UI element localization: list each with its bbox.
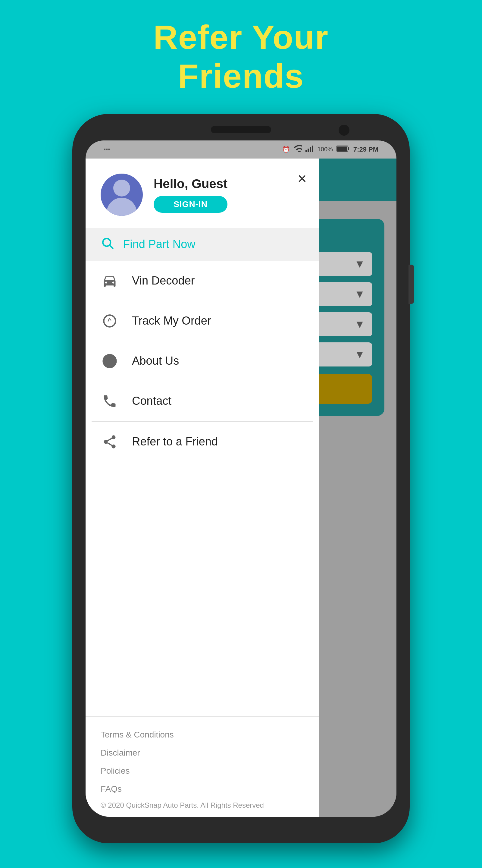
status-bar: ▪▪▪ ⏰ 100% 7:29 PM bbox=[86, 141, 396, 158]
svg-rect-5 bbox=[348, 147, 349, 150]
share-icon bbox=[101, 433, 119, 451]
menu-item-about-us[interactable]: About Us bbox=[86, 341, 319, 381]
wifi-icon bbox=[293, 145, 302, 154]
svg-line-15 bbox=[107, 443, 112, 445]
disclaimer-link[interactable]: Disclaimer bbox=[101, 744, 304, 762]
battery-icon bbox=[336, 145, 350, 154]
phone-icon bbox=[101, 392, 119, 410]
info-icon bbox=[101, 352, 119, 370]
app-icon-small: ▪▪▪ bbox=[104, 146, 110, 153]
avatar-head bbox=[113, 180, 130, 196]
terms-link[interactable]: Terms & Conditions bbox=[101, 726, 304, 744]
avatar-person bbox=[101, 174, 143, 216]
track-order-label: Track My Order bbox=[132, 314, 211, 327]
copyright-text: © 2020 QuickSnap Auto Parts. All Rights … bbox=[101, 801, 304, 809]
svg-rect-6 bbox=[337, 147, 347, 151]
signal-icon bbox=[306, 145, 314, 154]
search-icon bbox=[101, 236, 114, 253]
close-button[interactable]: × bbox=[298, 170, 307, 186]
battery-text: 100% bbox=[318, 146, 333, 153]
greeting-text: Hello, Guest bbox=[154, 177, 227, 191]
phone-mockup: ▪▪▪ ⏰ 100% 7:29 PM tory 41 bbox=[72, 114, 410, 843]
search-label: Find Part Now bbox=[123, 238, 195, 251]
app-content: tory 41 w ▼ ▼ ▼ ▼ bbox=[86, 158, 396, 817]
status-bar-left: ▪▪▪ bbox=[104, 141, 110, 158]
page-title: Refer Your Friends bbox=[153, 18, 329, 96]
dropdown-arrow-icon: ▼ bbox=[354, 258, 365, 270]
menu-item-vin-decoder[interactable]: Vin Decoder bbox=[86, 261, 319, 301]
svg-rect-3 bbox=[312, 146, 313, 152]
drawer-menu: Vin Decoder Track My Order bbox=[86, 261, 319, 716]
car-icon bbox=[101, 272, 119, 290]
time-display: 7:29 PM bbox=[353, 146, 378, 153]
svg-rect-2 bbox=[310, 147, 311, 152]
avatar-body bbox=[107, 198, 137, 216]
alarm-icon: ⏰ bbox=[282, 146, 290, 153]
phone-camera bbox=[339, 125, 349, 135]
svg-point-14 bbox=[112, 444, 116, 448]
svg-point-12 bbox=[112, 435, 116, 439]
refer-friend-label: Refer to a Friend bbox=[132, 435, 218, 448]
vin-decoder-label: Vin Decoder bbox=[132, 274, 195, 287]
contact-label: Contact bbox=[132, 395, 171, 407]
svg-point-13 bbox=[104, 440, 108, 444]
compass-icon bbox=[101, 312, 119, 330]
drawer-header: Hello, Guest SIGN-IN × bbox=[86, 158, 319, 228]
menu-item-refer-friend[interactable]: Refer to a Friend bbox=[86, 422, 319, 462]
dropdown-arrow-icon-2: ▼ bbox=[354, 288, 365, 301]
dropdown-arrow-icon-4: ▼ bbox=[354, 348, 365, 361]
user-info: Hello, Guest SIGN-IN bbox=[154, 177, 227, 213]
avatar bbox=[101, 174, 143, 216]
navigation-drawer: Hello, Guest SIGN-IN × Find Part Now bbox=[86, 158, 319, 817]
menu-item-track-order[interactable]: Track My Order bbox=[86, 301, 319, 341]
menu-item-contact[interactable]: Contact bbox=[86, 381, 319, 421]
policies-link[interactable]: Policies bbox=[101, 762, 304, 780]
about-us-label: About Us bbox=[132, 354, 179, 367]
svg-rect-1 bbox=[308, 149, 309, 152]
svg-rect-0 bbox=[306, 150, 307, 152]
svg-line-16 bbox=[107, 438, 112, 441]
drawer-footer: Terms & Conditions Disclaimer Policies F… bbox=[86, 716, 319, 817]
search-row[interactable]: Find Part Now bbox=[86, 228, 319, 261]
signin-button[interactable]: SIGN-IN bbox=[154, 196, 227, 213]
faqs-link[interactable]: FAQs bbox=[101, 780, 304, 798]
phone-side-button bbox=[409, 265, 414, 304]
svg-line-8 bbox=[110, 245, 113, 248]
status-icons: ⏰ 100% 7:29 PM bbox=[282, 145, 378, 154]
dropdown-arrow-icon-3: ▼ bbox=[354, 318, 365, 331]
phone-speaker bbox=[211, 126, 271, 133]
